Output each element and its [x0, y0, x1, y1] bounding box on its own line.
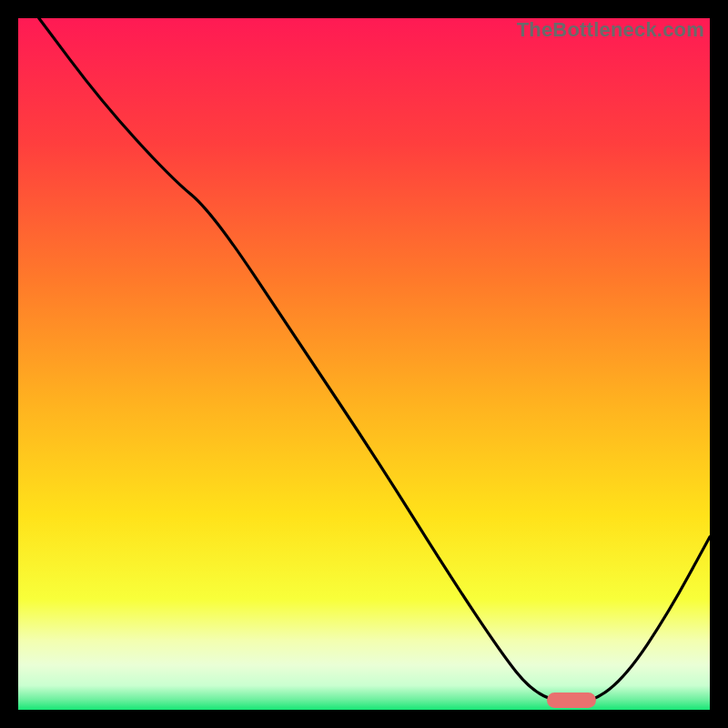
watermark-text: TheBottleneck.com	[517, 18, 704, 42]
chart-frame: TheBottleneck.com	[18, 18, 710, 710]
optimal-marker	[547, 693, 595, 708]
bottleneck-chart	[18, 18, 710, 710]
